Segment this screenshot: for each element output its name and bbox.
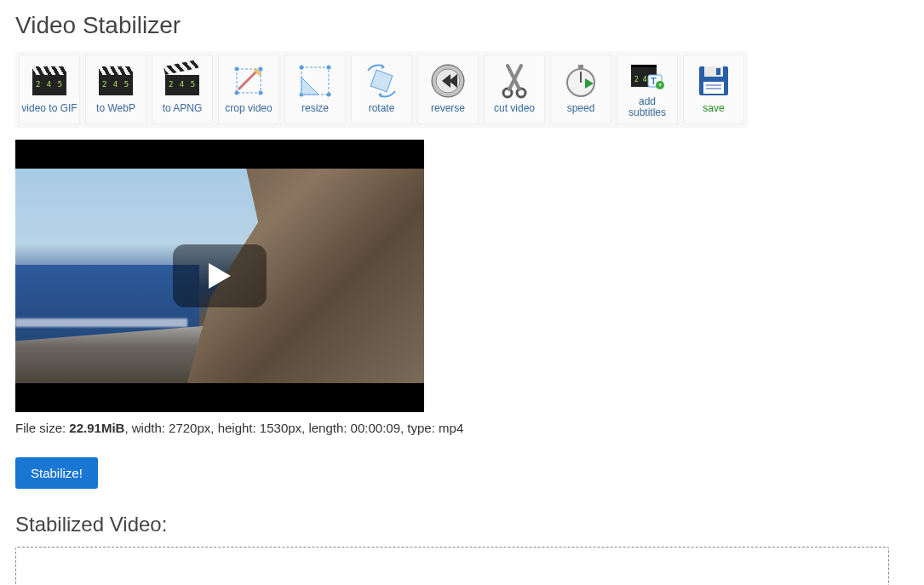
svg-text:T: T <box>651 76 657 86</box>
play-button[interactable] <box>173 244 267 307</box>
clapper-icon: 2 4 5 <box>31 62 68 100</box>
svg-marker-11 <box>301 77 319 95</box>
tool-rotate[interactable]: rotate <box>351 54 412 124</box>
subtitles-icon: 2 4 5 T + <box>628 59 666 93</box>
tool-label: save <box>703 103 724 114</box>
tool-video-to-gif[interactable]: 2 4 5 video to GIF <box>19 54 80 124</box>
tool-to-webp[interactable]: 2 4 5 to WebP <box>85 54 146 124</box>
clapper-open-icon: 2 4 5 <box>164 62 201 100</box>
stopwatch-icon <box>562 62 600 100</box>
play-icon <box>207 261 232 290</box>
resize-icon <box>296 62 334 100</box>
stabilized-section-heading: Stabilized Video: <box>15 513 909 536</box>
file-info: File size: 22.91MiB, width: 2720px, heig… <box>15 421 909 435</box>
tool-label: crop video <box>225 103 272 114</box>
tool-add-subtitles[interactable]: 2 4 5 T + add subtitles <box>617 54 678 124</box>
tool-label: speed <box>567 103 595 114</box>
stabilize-button[interactable]: Stabilize! <box>15 457 98 489</box>
svg-point-7 <box>300 66 304 70</box>
svg-rect-26 <box>631 65 657 67</box>
crop-icon <box>230 62 267 100</box>
file-length: , length: 00:00:09 <box>301 421 400 435</box>
tool-label: rotate <box>369 103 395 114</box>
file-height: , height: 1530px <box>210 421 301 435</box>
tool-label: reverse <box>431 103 465 114</box>
svg-text:+: + <box>658 81 663 89</box>
tool-reverse[interactable]: reverse <box>417 54 479 124</box>
svg-marker-13 <box>382 64 385 69</box>
svg-point-1 <box>235 67 239 72</box>
file-type: , type: mp4 <box>400 421 463 435</box>
tool-label: cut video <box>494 103 535 114</box>
tool-resize[interactable]: resize <box>284 54 346 124</box>
tool-to-apng[interactable]: 2 4 5 to APNG <box>152 54 213 124</box>
svg-point-4 <box>259 91 263 95</box>
file-size-value: 22.91MiB <box>69 421 124 435</box>
svg-marker-14 <box>378 93 382 98</box>
svg-point-2 <box>259 67 263 72</box>
tool-crop-video[interactable]: crop video <box>218 54 279 124</box>
file-size-label: File size: <box>15 421 69 435</box>
svg-marker-39 <box>209 263 231 289</box>
svg-rect-22 <box>578 65 583 68</box>
svg-point-8 <box>327 66 331 70</box>
svg-point-10 <box>327 93 331 97</box>
rotate-icon <box>363 62 400 100</box>
svg-rect-35 <box>716 68 720 75</box>
scissors-icon <box>496 62 533 100</box>
svg-rect-12 <box>370 71 393 93</box>
page-title: Video Stabilizer <box>15 12 909 39</box>
toolbar: 2 4 5 video to GIF 2 4 5 to WebP 2 4 5 t… <box>15 51 748 128</box>
tool-label: to WebP <box>96 103 135 114</box>
tool-label: resize <box>301 103 329 114</box>
tool-label: video to GIF <box>21 103 77 114</box>
tool-cut-video[interactable]: cut video <box>484 54 545 124</box>
video-preview <box>15 140 424 412</box>
file-width: , width: 2720px <box>124 421 210 435</box>
tool-label: to APNG <box>163 103 203 114</box>
tool-label: add subtitles <box>619 96 675 118</box>
tool-save[interactable]: save <box>683 54 744 124</box>
svg-point-3 <box>235 91 239 95</box>
reverse-icon <box>429 62 467 100</box>
save-icon <box>695 62 732 100</box>
clapper-icon: 2 4 5 <box>97 62 135 100</box>
tool-speed[interactable]: speed <box>550 54 611 124</box>
stabilized-output-dropzone[interactable] <box>15 547 889 585</box>
svg-rect-36 <box>703 82 724 94</box>
